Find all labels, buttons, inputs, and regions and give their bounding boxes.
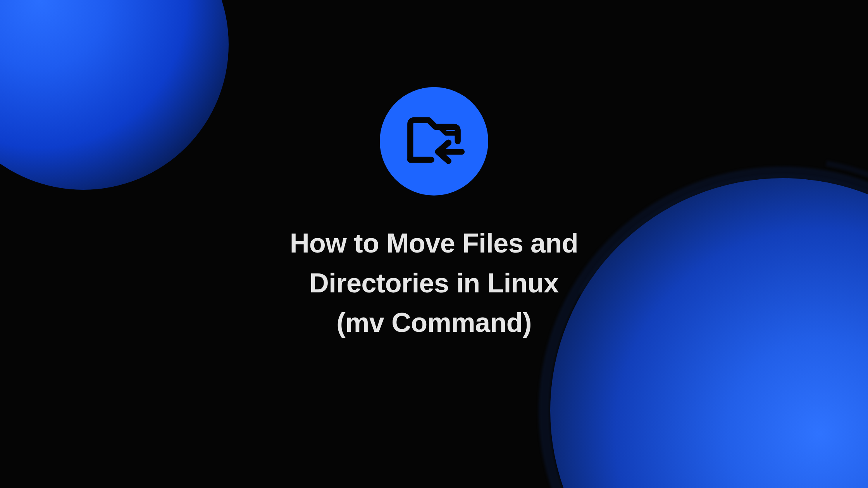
title-line-2: Directories in Linux <box>290 263 578 302</box>
hero-content: How to Move Files and Directories in Lin… <box>0 87 868 342</box>
folder-move-icon <box>380 87 488 196</box>
title-line-1: How to Move Files and <box>290 223 578 263</box>
title-line-3: (mv Command) <box>290 302 578 342</box>
page-title: How to Move Files and Directories in Lin… <box>290 223 578 342</box>
